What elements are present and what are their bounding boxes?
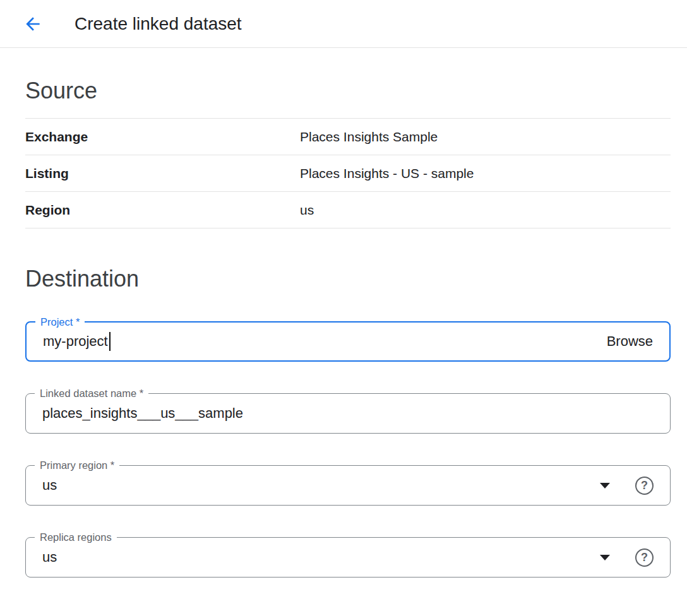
project-field-value[interactable]: my-project bbox=[43, 333, 108, 350]
back-button[interactable] bbox=[19, 10, 47, 38]
source-rows: Exchange Places Insights Sample Listing … bbox=[25, 118, 671, 228]
primary-region-value: us bbox=[42, 477, 57, 494]
chevron-down-icon[interactable] bbox=[600, 483, 610, 489]
table-row-listing: Listing Places Insights - US - sample bbox=[25, 155, 671, 192]
replica-regions-value: us bbox=[42, 549, 57, 566]
destination-heading: Destination bbox=[25, 265, 671, 292]
exchange-label: Exchange bbox=[25, 129, 300, 145]
region-value: us bbox=[300, 203, 314, 218]
project-field-label: Project * bbox=[35, 316, 85, 329]
page-title: Create linked dataset bbox=[75, 14, 242, 34]
linked-dataset-name-value[interactable]: places_insights___us___sample bbox=[42, 405, 243, 422]
listing-label: Listing bbox=[25, 166, 300, 181]
project-field[interactable]: Project * my-project Browse bbox=[25, 321, 671, 362]
replica-regions-label: Replica regions bbox=[35, 531, 117, 544]
main-content: Source Exchange Places Insights Sample L… bbox=[0, 77, 687, 596]
region-label: Region bbox=[25, 203, 300, 218]
source-heading: Source bbox=[25, 77, 671, 104]
primary-region-select[interactable]: Primary region * us ? bbox=[25, 465, 671, 506]
chevron-down-icon[interactable] bbox=[600, 555, 610, 560]
browse-button[interactable]: Browse bbox=[607, 333, 653, 350]
table-row-region: Region us bbox=[25, 192, 671, 228]
replica-regions-select[interactable]: Replica regions us ? bbox=[25, 537, 671, 578]
arrow-back-icon bbox=[23, 14, 43, 34]
help-icon[interactable]: ? bbox=[635, 548, 654, 567]
linked-dataset-name-label: Linked dataset name * bbox=[35, 387, 148, 400]
exchange-value: Places Insights Sample bbox=[300, 129, 438, 145]
table-row-exchange: Exchange Places Insights Sample bbox=[25, 119, 671, 155]
text-cursor bbox=[109, 332, 111, 351]
linked-dataset-name-field[interactable]: Linked dataset name * places_insights___… bbox=[25, 393, 671, 434]
page-header: Create linked dataset bbox=[0, 0, 687, 48]
listing-value: Places Insights - US - sample bbox=[300, 166, 474, 181]
help-icon[interactable]: ? bbox=[635, 477, 654, 495]
primary-region-label: Primary region * bbox=[35, 459, 119, 472]
